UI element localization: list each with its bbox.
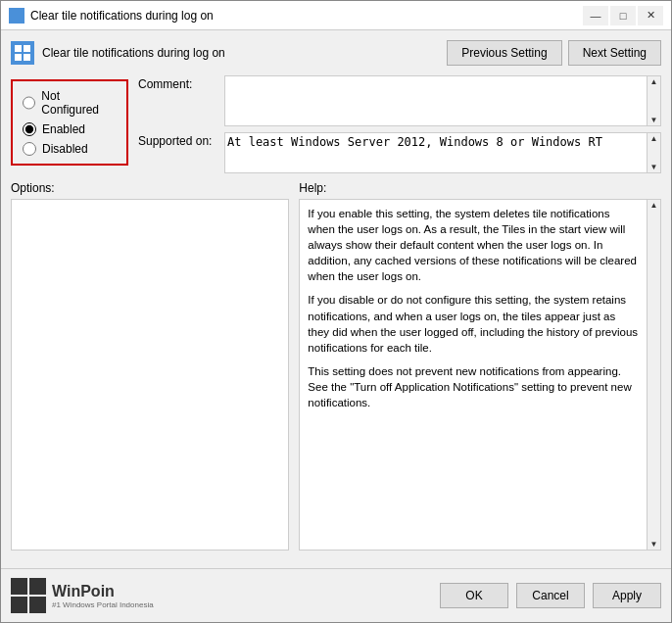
help-text-3: This setting does not prevent new notifi… (308, 363, 639, 410)
footer-buttons: OK Cancel Apply (440, 583, 661, 608)
svg-rect-3 (18, 17, 23, 22)
comment-scrollbar: ▲ ▼ (648, 75, 661, 126)
radio-not-configured[interactable]: Not Configured (23, 89, 117, 117)
full-layout: Not Configured Enabled Disabled C (11, 75, 661, 558)
svg-rect-7 (24, 54, 30, 61)
logo-square-3 (11, 597, 27, 613)
header-title: Clear tile notifications during log on (42, 46, 225, 60)
options-box (11, 199, 289, 551)
help-section: Help: If you enable this setting, the sy… (299, 181, 661, 551)
supported-scrollbar-down[interactable]: ▼ (650, 163, 658, 171)
supported-scrollbar-up[interactable]: ▲ (650, 134, 658, 143)
logo-icon (11, 578, 46, 613)
logo-subtitle: #1 Windows Portal Indonesia (52, 600, 154, 609)
svg-rect-0 (11, 10, 16, 15)
footer-logo: WinPoin #1 Windows Portal Indonesia (11, 578, 154, 613)
ok-button[interactable]: OK (440, 583, 508, 608)
help-scrollbar: ▲ ▼ (648, 199, 661, 551)
window-controls: — □ ✕ (583, 6, 663, 25)
not-configured-radio[interactable] (23, 96, 35, 110)
footer-bar: WinPoin #1 Windows Portal Indonesia OK C… (1, 568, 671, 622)
disabled-radio[interactable] (23, 142, 36, 156)
previous-setting-button[interactable]: Previous Setting (447, 40, 561, 66)
supported-textarea-wrapper: At least Windows Server 2012, Windows 8 … (224, 132, 661, 173)
supported-row: Supported on: At least Windows Server 20… (138, 132, 661, 173)
apply-button[interactable]: Apply (593, 583, 661, 608)
svg-rect-5 (24, 45, 30, 52)
help-box-wrapper: If you enable this setting, the system d… (299, 199, 661, 551)
logo-square-2 (29, 578, 46, 595)
options-label: Options: (11, 181, 289, 195)
comment-textarea-wrapper: ▲ ▼ (224, 75, 661, 126)
options-help-row: Options: Help: If you enable this settin… (11, 181, 661, 551)
help-text-2: If you disable or do not configure this … (308, 292, 639, 355)
help-label: Help: (299, 181, 661, 195)
logo-name: WinPoin (52, 583, 154, 600)
window-title: Clear tile notifications during log on (30, 9, 583, 23)
help-scrollbar-up[interactable]: ▲ (650, 201, 658, 210)
comment-row: Comment: ▲ ▼ (138, 75, 661, 126)
comment-label: Comment: (138, 75, 216, 91)
top-area: Not Configured Enabled Disabled C (11, 75, 661, 173)
cancel-button[interactable]: Cancel (516, 583, 585, 608)
header-buttons: Previous Setting Next Setting (447, 40, 661, 66)
radio-disabled[interactable]: Disabled (23, 142, 117, 156)
scrollbar-up-arrow[interactable]: ▲ (650, 77, 658, 86)
help-text-1: If you enable this setting, the system d… (308, 206, 639, 284)
right-fields: Comment: ▲ ▼ Supported on: (138, 75, 661, 173)
close-button[interactable]: ✕ (638, 6, 663, 25)
help-box: If you enable this setting, the system d… (299, 199, 648, 551)
options-section: Options: (11, 181, 289, 551)
logo-square-4 (29, 597, 46, 613)
main-window: Clear tile notifications during log on —… (0, 0, 672, 623)
svg-rect-6 (15, 54, 22, 61)
scrollbar-down-arrow[interactable]: ▼ (650, 116, 658, 124)
logo-square-1 (11, 578, 27, 595)
main-content: Clear tile notifications during log on P… (1, 30, 671, 568)
minimize-button[interactable]: — (583, 6, 608, 25)
help-scrollbar-down[interactable]: ▼ (650, 540, 658, 549)
header-icon (11, 41, 34, 65)
supported-label: Supported on: (138, 132, 216, 148)
radio-section: Not Configured Enabled Disabled (11, 79, 128, 166)
enabled-radio[interactable] (23, 122, 36, 136)
disabled-label: Disabled (42, 142, 88, 156)
header-row: Clear tile notifications during log on P… (11, 40, 661, 66)
svg-rect-1 (18, 10, 23, 15)
title-bar: Clear tile notifications during log on —… (1, 1, 671, 30)
supported-scrollbar: ▲ ▼ (648, 132, 661, 173)
window-icon (9, 8, 24, 24)
logo-text: WinPoin #1 Windows Portal Indonesia (52, 583, 154, 609)
enabled-label: Enabled (42, 122, 85, 136)
svg-rect-2 (11, 17, 16, 22)
comment-textarea[interactable] (224, 75, 648, 126)
next-setting-button[interactable]: Next Setting (568, 40, 661, 66)
not-configured-label: Not Configured (41, 89, 117, 117)
radio-enabled[interactable]: Enabled (23, 122, 117, 136)
svg-rect-4 (15, 45, 22, 52)
supported-textarea: At least Windows Server 2012, Windows 8 … (224, 132, 648, 173)
header-left: Clear tile notifications during log on (11, 41, 225, 65)
maximize-button[interactable]: □ (610, 6, 636, 25)
